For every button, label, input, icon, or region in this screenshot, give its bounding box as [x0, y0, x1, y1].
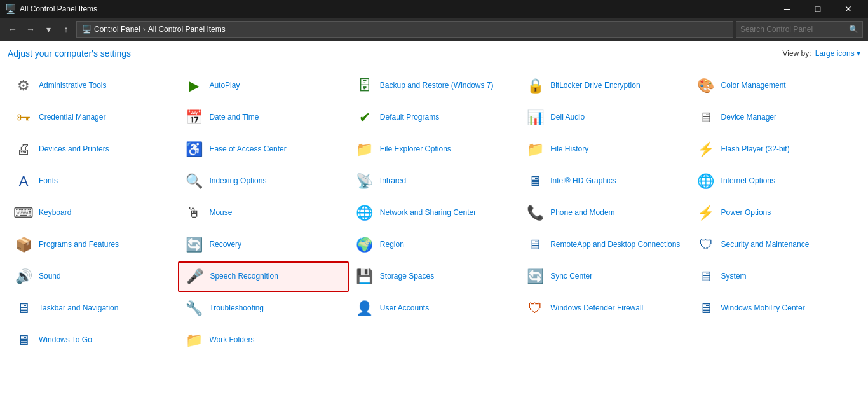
list-item[interactable]: 🛡Windows Defender Firewall [519, 293, 689, 324]
item-label: Backup and Restore (Windows 7) [380, 81, 494, 91]
search-box[interactable]: 🔍 [736, 21, 863, 38]
item-label: Troubleshooting [209, 303, 264, 314]
item-icon: 🎨 [696, 76, 716, 96]
list-item[interactable]: 🗝Credential Manager [8, 102, 178, 133]
window-icon: 🖥️ [5, 4, 16, 14]
item-label: Date and Time [209, 113, 259, 123]
list-item[interactable]: 🖥RemoteApp and Desktop Connections [519, 230, 689, 260]
back-button[interactable]: ← [5, 22, 20, 37]
list-item[interactable]: 🗄Backup and Restore (Windows 7) [349, 71, 519, 101]
item-label: Storage Spaces [380, 272, 434, 282]
item-icon: 🔒 [525, 76, 545, 96]
item-label: Work Folders [209, 335, 254, 345]
item-label: Infrared [380, 176, 406, 186]
item-icon: ⌨ [13, 203, 34, 223]
item-icon: 🔄 [184, 235, 204, 255]
list-item[interactable]: 🌐Network and Sharing Center [349, 198, 519, 228]
maximize-button[interactable]: □ [803, 0, 832, 18]
list-item[interactable]: 🌍Region [349, 230, 519, 260]
window-title: All Control Panel Items [20, 4, 97, 13]
dropdown-button[interactable]: ▾ [41, 22, 56, 37]
item-icon: 📡 [355, 171, 375, 192]
list-item[interactable]: 🎨Color Management [690, 71, 860, 101]
up-button[interactable]: ↑ [58, 22, 74, 37]
item-label: Keyboard [39, 208, 71, 218]
list-item[interactable]: 🛡Security and Maintenance [690, 230, 860, 260]
view-by: View by: Large icons ▾ [782, 49, 860, 58]
item-label: Network and Sharing Center [380, 208, 476, 218]
list-item[interactable]: ▶AutoPlay [178, 71, 348, 101]
forward-button[interactable]: → [23, 22, 38, 37]
item-icon: 🛡 [525, 298, 545, 319]
item-icon: 🖨 [13, 139, 34, 160]
item-icon: 🎤 [184, 267, 205, 287]
item-label: Windows To Go [39, 335, 92, 345]
item-icon: 🖱 [184, 203, 204, 223]
list-item[interactable]: ♿Ease of Access Center [178, 134, 348, 165]
list-item[interactable]: 📁File History [519, 134, 689, 165]
list-item[interactable]: 🔍Indexing Options [178, 166, 348, 197]
list-item[interactable]: 🔄Sync Center [519, 261, 689, 292]
list-item[interactable]: ⌨Keyboard [8, 198, 178, 228]
list-item[interactable]: 📞Phone and Modem [519, 198, 689, 228]
list-item[interactable]: AFonts [8, 166, 178, 197]
list-item[interactable]: 🔒BitLocker Drive Encryption [519, 71, 689, 101]
item-label: Dell Audio [550, 113, 585, 123]
item-icon: ▶ [184, 76, 204, 96]
item-icon: 🌍 [355, 235, 375, 255]
page-title: Adjust your computer's settings [8, 48, 131, 59]
list-item[interactable]: 🖥Windows Mobility Center [690, 293, 860, 324]
item-label: Intel® HD Graphics [550, 176, 616, 186]
list-item[interactable]: ⚡Flash Player (32-bit) [690, 134, 860, 165]
list-item[interactable]: 📅Date and Time [178, 102, 348, 133]
item-label: Ease of Access Center [209, 144, 286, 155]
item-label: File History [550, 144, 588, 155]
item-label: System [721, 272, 747, 282]
title-bar-left: 🖥️ All Control Panel Items [5, 4, 97, 14]
view-by-dropdown[interactable]: Large icons ▾ [815, 49, 860, 58]
list-item[interactable]: 🖥System [690, 261, 860, 292]
list-item[interactable]: 📁Work Folders [178, 325, 348, 356]
list-item[interactable]: ⚡Power Options [690, 198, 860, 228]
item-icon: 🌐 [355, 203, 375, 223]
item-icon: 🌐 [696, 171, 716, 192]
item-icon: 🗝 [13, 108, 34, 128]
item-icon: 🖥 [525, 235, 545, 255]
list-item[interactable]: ⚙Administrative Tools [8, 71, 178, 101]
list-item[interactable]: 🖥Device Manager [690, 102, 860, 133]
item-icon: ⚡ [696, 139, 716, 160]
item-icon: 🔊 [13, 267, 34, 287]
path-control-panel[interactable]: Control Panel [94, 25, 140, 34]
list-item[interactable]: 📁File Explorer Options [349, 134, 519, 165]
item-label: Taskbar and Navigation [39, 303, 118, 314]
minimize-button[interactable]: ─ [773, 0, 802, 18]
list-item[interactable]: 🌐Internet Options [690, 166, 860, 197]
list-item[interactable]: 💾Storage Spaces [349, 261, 519, 292]
list-item[interactable]: 🖨Devices and Printers [8, 134, 178, 165]
item-label: Mouse [209, 208, 232, 218]
list-item[interactable]: 🔊Sound [8, 261, 178, 292]
list-item[interactable]: 🔄Recovery [178, 230, 348, 260]
list-item[interactable]: 👤User Accounts [349, 293, 519, 324]
list-item[interactable]: 🔧Troubleshooting [178, 293, 348, 324]
item-label: Windows Defender Firewall [550, 303, 643, 314]
list-item[interactable]: 🖱Mouse [178, 198, 348, 228]
list-item[interactable]: 📦Programs and Features [8, 230, 178, 260]
title-bar: 🖥️ All Control Panel Items ─ □ ✕ [0, 0, 868, 18]
list-item[interactable]: ✔Default Programs [349, 102, 519, 133]
list-item[interactable]: 🖥Windows To Go [8, 325, 178, 356]
search-input[interactable] [740, 25, 846, 34]
list-item[interactable]: 🖥Taskbar and Navigation [8, 293, 178, 324]
list-item[interactable]: 📡Infrared [349, 166, 519, 197]
item-icon: 🖥 [696, 267, 716, 287]
address-path[interactable]: 🖥️ Control Panel › All Control Panel Ite… [76, 21, 733, 38]
list-item[interactable]: 📊Dell Audio [519, 102, 689, 133]
item-label: Region [380, 240, 404, 250]
list-item[interactable]: 🎤Speech Recognition [178, 261, 348, 292]
path-all-items[interactable]: All Control Panel Items [148, 25, 226, 34]
list-item[interactable]: 🖥Intel® HD Graphics [519, 166, 689, 197]
close-button[interactable]: ✕ [834, 0, 863, 18]
search-icon[interactable]: 🔍 [849, 25, 858, 34]
item-icon: 📅 [184, 108, 204, 128]
item-icon: 🖥 [525, 171, 545, 192]
